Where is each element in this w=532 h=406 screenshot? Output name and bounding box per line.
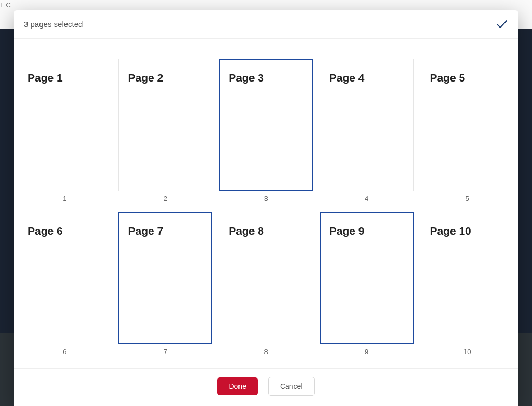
cancel-button[interactable]: Cancel — [268, 377, 315, 396]
pages-grid: Page 11Page 22Page 33Page 44Page 55Page … — [18, 59, 514, 356]
page-item[interactable]: Page 77 — [118, 212, 213, 356]
page-thumbnail[interactable]: Page 7 — [118, 212, 213, 344]
page-thumbnail-label: Page 10 — [430, 225, 504, 237]
page-thumbnail[interactable]: Page 9 — [320, 212, 414, 344]
page-number-label: 4 — [365, 195, 368, 202]
page-number-label: 1 — [63, 195, 66, 202]
page-selection-modal: 3 pages selected Page 11Page 22Page 33Pa… — [14, 10, 518, 406]
page-thumbnail[interactable]: Page 8 — [219, 212, 313, 344]
page-item[interactable]: Page 22 — [118, 59, 213, 202]
page-thumbnail-label: Page 1 — [28, 72, 102, 84]
page-number-label: 6 — [63, 348, 66, 356]
page-thumbnail-label: Page 4 — [329, 72, 404, 84]
modal-header: 3 pages selected — [14, 10, 518, 39]
page-thumbnail[interactable]: Page 1 — [18, 59, 112, 191]
page-thumbnail[interactable]: Page 6 — [18, 212, 112, 344]
page-item[interactable]: Page 66 — [18, 212, 112, 356]
modal-body: Page 11Page 22Page 33Page 44Page 55Page … — [14, 39, 518, 368]
page-thumbnail-label: Page 9 — [329, 225, 404, 237]
page-number-label: 3 — [264, 195, 268, 202]
page-thumbnail[interactable]: Page 3 — [219, 59, 313, 191]
page-thumbnail[interactable]: Page 10 — [420, 212, 514, 344]
page-thumbnail-label: Page 6 — [28, 225, 102, 237]
page-thumbnail-label: Page 2 — [128, 72, 203, 84]
page-number-label: 8 — [264, 348, 268, 356]
page-thumbnail[interactable]: Page 2 — [118, 59, 213, 191]
page-item[interactable]: Page 88 — [219, 212, 313, 356]
page-thumbnail-label: Page 8 — [229, 225, 303, 237]
page-thumbnail-label: Page 7 — [128, 225, 203, 237]
page-thumbnail-label: Page 3 — [229, 72, 303, 84]
page-item[interactable]: Page 1010 — [420, 212, 514, 356]
page-number-label: 10 — [463, 348, 471, 356]
selection-count-label: 3 pages selected — [24, 20, 83, 29]
page-item[interactable]: Page 44 — [320, 59, 414, 202]
page-number-label: 7 — [164, 348, 167, 356]
background-header-text: F C — [0, 1, 11, 9]
page-item[interactable]: Page 33 — [219, 59, 313, 202]
page-item[interactable]: Page 11 — [18, 59, 112, 202]
confirm-check-icon[interactable] — [496, 18, 508, 30]
page-number-label: 5 — [466, 195, 469, 202]
page-number-label: 2 — [164, 195, 167, 202]
done-button[interactable]: Done — [217, 377, 257, 395]
page-number-label: 9 — [365, 348, 368, 356]
page-item[interactable]: Page 99 — [320, 212, 414, 356]
page-thumbnail[interactable]: Page 4 — [320, 59, 414, 191]
modal-footer: Done Cancel — [14, 368, 518, 406]
page-item[interactable]: Page 55 — [420, 59, 514, 202]
page-thumbnail-label: Page 5 — [430, 72, 504, 84]
page-thumbnail[interactable]: Page 5 — [420, 59, 514, 191]
